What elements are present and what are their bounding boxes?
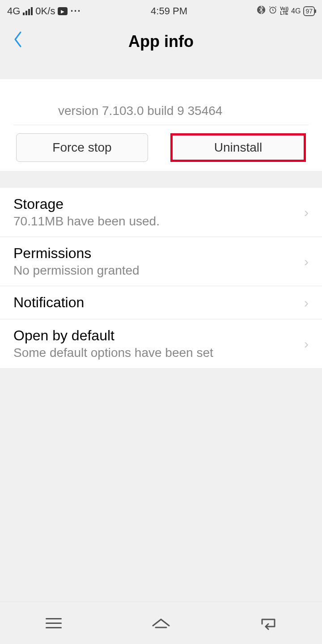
settings-list: Storage 70.11MB have been used. › Permis… bbox=[0, 188, 322, 368]
bluetooth-icon bbox=[257, 5, 266, 17]
storage-title: Storage bbox=[13, 196, 160, 212]
status-bar: 4G 0K/s ▶ ··· 4:59 PM Vo)) LTE 4G 97 bbox=[0, 0, 322, 22]
permissions-row[interactable]: Permissions No permission granted › bbox=[0, 237, 322, 286]
data-speed: 0K/s bbox=[35, 5, 55, 17]
chevron-right-icon: › bbox=[304, 295, 309, 310]
chevron-right-icon: › bbox=[304, 205, 309, 220]
chevron-right-icon: › bbox=[304, 336, 309, 352]
clock: 4:59 PM bbox=[151, 5, 187, 17]
recents-button[interactable] bbox=[42, 612, 65, 634]
force-stop-button[interactable]: Force stop bbox=[16, 133, 148, 162]
more-icon: ··· bbox=[70, 5, 81, 17]
alarm-icon bbox=[268, 5, 277, 17]
notification-row[interactable]: Notification › bbox=[0, 286, 322, 319]
app-version: version 7.103.0 build 9 35464 bbox=[58, 104, 222, 118]
permissions-title: Permissions bbox=[13, 245, 140, 262]
status-left: 4G 0K/s ▶ ··· bbox=[7, 5, 81, 17]
page-header: App info bbox=[0, 22, 322, 60]
nav-bar bbox=[0, 602, 322, 644]
home-button[interactable] bbox=[150, 612, 172, 634]
chevron-right-icon: › bbox=[304, 254, 309, 269]
open-default-sub: Some default options have been set bbox=[13, 346, 213, 360]
status-right: Vo)) LTE 4G 97 bbox=[257, 5, 315, 17]
4g-label: 4G bbox=[291, 7, 301, 15]
back-nav-button[interactable] bbox=[257, 612, 280, 634]
back-icon bbox=[259, 616, 277, 630]
uninstall-button[interactable]: Uninstall bbox=[170, 133, 306, 162]
app-details: version 7.103.0 build 9 35464 bbox=[58, 89, 222, 118]
menu-icon bbox=[46, 618, 62, 628]
section-gap bbox=[0, 60, 322, 79]
action-button-row: Force stop Uninstall bbox=[13, 133, 309, 162]
back-button[interactable] bbox=[13, 30, 23, 52]
app-name bbox=[58, 89, 121, 101]
app-info-section: version 7.103.0 build 9 35464 Force stop… bbox=[0, 79, 322, 171]
permissions-sub: No permission granted bbox=[13, 263, 140, 278]
volte-icon: Vo)) LTE bbox=[280, 7, 288, 16]
storage-row[interactable]: Storage 70.11MB have been used. › bbox=[0, 188, 322, 237]
page-title: App info bbox=[128, 32, 194, 51]
signal-icon bbox=[23, 7, 33, 15]
open-default-title: Open by default bbox=[13, 327, 213, 344]
app-icon bbox=[13, 87, 49, 119]
network-type: 4G bbox=[7, 5, 20, 17]
storage-sub: 70.11MB have been used. bbox=[13, 214, 160, 229]
play-icon: ▶ bbox=[58, 7, 68, 15]
open-by-default-row[interactable]: Open by default Some default options hav… bbox=[0, 319, 322, 368]
app-header: version 7.103.0 build 9 35464 bbox=[13, 87, 309, 125]
battery-icon: 97 bbox=[303, 6, 315, 16]
notification-title: Notification bbox=[13, 294, 84, 311]
home-icon bbox=[151, 617, 171, 629]
